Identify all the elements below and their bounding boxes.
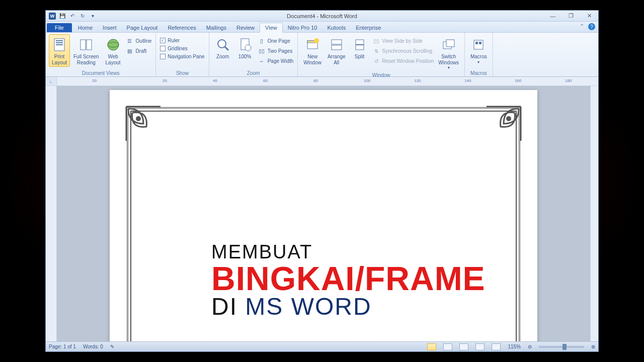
outline-icon: ☰	[126, 37, 134, 45]
chevron-down-icon: ▾	[477, 60, 479, 64]
svg-rect-3	[56, 44, 63, 45]
zoom-button[interactable]: Zoom	[212, 34, 233, 61]
arrange-all-button[interactable]: Arrange All	[325, 34, 348, 67]
outline-button[interactable]: ☰Outline	[125, 36, 153, 45]
chevron-down-icon: ▾	[448, 65, 450, 70]
file-tab[interactable]: File	[47, 23, 72, 32]
word-app-icon[interactable]: W	[49, 13, 56, 20]
globe-icon	[105, 37, 121, 53]
tab-enterprise[interactable]: Enterprise	[351, 23, 386, 32]
tab-mailings[interactable]: Mailings	[201, 23, 231, 32]
draft-icon: ▤	[126, 47, 134, 55]
restore-button[interactable]: ❐	[565, 13, 577, 20]
qat-dropdown[interactable]: ▾	[89, 13, 96, 20]
split-icon	[352, 37, 368, 53]
group-show: ✓Ruler Gridlines Navigation Pane Show	[156, 33, 209, 76]
tab-insert[interactable]: Insert	[98, 23, 122, 32]
status-page[interactable]: Page: 1 of 1	[49, 344, 76, 349]
close-button[interactable]: ✕	[583, 13, 595, 20]
ribbon-tabs: File Home Insert Page Layout References …	[46, 22, 598, 33]
navigation-pane-checkbox[interactable]: Navigation Pane	[159, 53, 205, 60]
view-full-screen-button[interactable]	[443, 343, 452, 350]
minimize-ribbon-icon[interactable]: ⌃	[580, 23, 584, 30]
svg-line-9	[225, 47, 228, 50]
status-words[interactable]: Words: 0	[83, 344, 103, 349]
view-side-by-side-button: ▯▯View Side by Side	[371, 36, 435, 45]
svg-point-25	[506, 116, 511, 121]
tab-references[interactable]: References	[163, 23, 201, 32]
view-web-layout-button[interactable]	[459, 343, 468, 350]
quick-access-toolbar: W 💾 ↶ ↻ ▾	[49, 13, 96, 20]
titlebar: W 💾 ↶ ↻ ▾ Document4 - Microsoft Word — ❐…	[46, 11, 598, 22]
svg-rect-4	[80, 40, 86, 50]
split-button[interactable]: Split	[349, 34, 370, 61]
side-by-side-icon: ▯▯	[372, 37, 380, 45]
zoom-slider-thumb[interactable]	[562, 344, 567, 350]
page-width-icon: ↔	[258, 57, 266, 65]
reset-position-icon: ↺	[372, 57, 380, 65]
undo-button[interactable]: ↶	[69, 13, 76, 20]
book-icon	[78, 37, 94, 53]
ruler-checkbox[interactable]: ✓Ruler	[159, 37, 205, 44]
group-label-zoom: Zoom	[212, 69, 295, 76]
tab-page-layout[interactable]: Page Layout	[122, 23, 163, 32]
two-pages-button[interactable]: ▯▯Two Pages	[257, 46, 295, 55]
redo-button[interactable]: ↻	[79, 13, 86, 20]
group-zoom: Zoom 100% ▯One Page ▯▯Two Pages ↔Page Wi…	[209, 33, 298, 76]
magnifier-icon	[215, 37, 231, 53]
tab-selector[interactable]: ∟	[46, 77, 57, 86]
page-width-button[interactable]: ↔Page Width	[257, 56, 295, 65]
arrange-all-icon	[329, 37, 345, 53]
status-proofing-icon[interactable]: ✎	[110, 344, 114, 349]
print-layout-icon	[51, 37, 67, 53]
svg-point-8	[218, 40, 226, 48]
page-100-icon	[237, 37, 253, 53]
full-screen-reading-button[interactable]: Full Screen Reading	[71, 34, 102, 67]
minimize-button[interactable]: —	[547, 13, 559, 20]
zoom-level[interactable]: 115%	[508, 344, 521, 349]
vertical-scrollbar[interactable]	[590, 86, 598, 341]
group-window: New Window Arrange All Split ▯▯View Side…	[298, 33, 465, 76]
svg-rect-23	[479, 42, 481, 44]
tab-kutools[interactable]: Kutools	[322, 23, 351, 32]
view-print-layout-button[interactable]	[427, 343, 436, 350]
ribbon: Print Layout Full Screen Reading Web Lay…	[46, 33, 598, 77]
draft-button[interactable]: ▤Draft	[125, 46, 153, 55]
svg-rect-22	[475, 42, 478, 44]
view-outline-button[interactable]	[475, 343, 485, 350]
switch-windows-button[interactable]: Switch Windows ▾	[436, 34, 461, 71]
macros-button[interactable]: Macros ▾	[468, 34, 490, 66]
macros-icon	[470, 37, 487, 53]
tab-nitro[interactable]: Nitro Pro 10	[283, 23, 323, 32]
svg-point-11	[245, 45, 251, 51]
zoom-out-button[interactable]: ⊖	[528, 344, 532, 349]
corner-ornament-tl-icon	[123, 104, 164, 144]
group-label-macros: Macros	[468, 69, 490, 76]
svg-point-14	[314, 38, 319, 43]
vertical-ruler[interactable]	[46, 86, 57, 341]
one-page-button[interactable]: ▯One Page	[257, 36, 295, 45]
tab-view[interactable]: View	[260, 23, 283, 33]
gridlines-checkbox[interactable]: Gridlines	[159, 45, 205, 52]
save-button[interactable]: 💾	[59, 13, 66, 20]
corner-ornament-tr-icon	[484, 104, 524, 144]
zoom-slider[interactable]	[539, 346, 584, 348]
one-page-icon: ▯	[258, 37, 266, 45]
tab-review[interactable]: Review	[231, 23, 260, 32]
help-icon[interactable]: ?	[588, 23, 595, 30]
new-window-icon	[304, 37, 320, 53]
svg-rect-2	[56, 42, 63, 43]
tab-home[interactable]: Home	[73, 23, 98, 32]
horizontal-ruler[interactable]: ∟ 20 20 40 60 80 100 120 140 160 180	[46, 77, 598, 86]
zoom-in-button[interactable]: ⊕	[591, 344, 595, 349]
svg-rect-21	[474, 40, 483, 49]
two-pages-icon: ▯▯	[258, 47, 266, 55]
overlay-line2: BINGKAI/FRAME	[211, 263, 486, 295]
sync-scroll-icon: ⇅	[372, 47, 380, 55]
view-draft-button[interactable]	[492, 343, 501, 350]
print-layout-button[interactable]: Print Layout	[49, 34, 70, 67]
web-layout-button[interactable]: Web Layout	[103, 34, 124, 67]
overlay-line3: DI MS WORD	[211, 295, 486, 319]
zoom-100-button[interactable]: 100%	[234, 34, 256, 61]
new-window-button[interactable]: New Window	[301, 34, 324, 67]
